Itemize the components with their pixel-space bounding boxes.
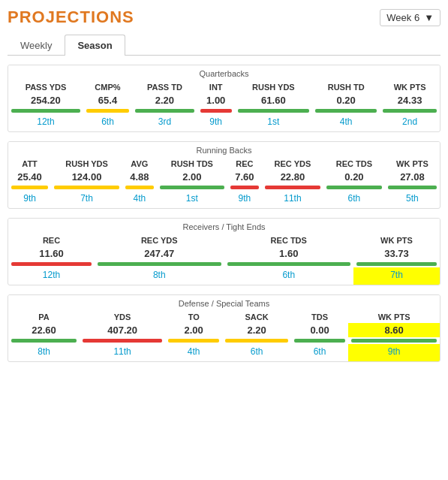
qb-rush-td-val: 0.20 bbox=[312, 93, 380, 107]
dst-yds-val: 407.20 bbox=[80, 323, 165, 337]
dst-rank-sack: 6th bbox=[222, 344, 291, 361]
rb-rank-rush-yds: 7th bbox=[51, 191, 122, 208]
qb-wk-pts-val: 24.33 bbox=[380, 93, 440, 107]
rb-rank-rec-tds: 6th bbox=[323, 191, 385, 208]
qb-rank-cmp: 6th bbox=[83, 114, 132, 131]
rb-rank-rush-tds: 1st bbox=[157, 191, 227, 208]
rb-bar-att bbox=[11, 186, 48, 189]
section-dst: Defense / Special Teams PA YDS TO SACK T… bbox=[8, 294, 440, 362]
wr-bar-rec bbox=[11, 262, 92, 266]
qb-int-val: 1.00 bbox=[197, 93, 235, 107]
rb-att-val: 25.40 bbox=[8, 170, 51, 184]
rb-col-rush-yds: RUSH YDS bbox=[51, 156, 122, 170]
qb-rank-pass-td: 3rd bbox=[132, 114, 197, 131]
wr-col-rec: REC bbox=[8, 233, 95, 246]
dst-rank-tds: 6th bbox=[291, 344, 348, 361]
dst-to-val: 2.00 bbox=[165, 323, 222, 337]
rb-col-rec: REC bbox=[227, 156, 262, 170]
dst-header-row: PA YDS TO SACK TDS WK PTS bbox=[8, 309, 440, 323]
qb-bar-wk-pts bbox=[383, 109, 437, 113]
qb-rank-rush-yds: 1st bbox=[235, 114, 312, 131]
qb-ranks: 12th 6th 3rd 9th 1st 4th 2nd bbox=[8, 114, 440, 131]
rb-col-rec-yds: REC YDS bbox=[262, 156, 323, 170]
dst-bar-wk-pts bbox=[351, 339, 437, 343]
dst-rank-pa: 8th bbox=[8, 344, 80, 361]
rb-rank-rec-yds: 11th bbox=[262, 191, 323, 208]
rb-rec-yds-val: 22.80 bbox=[262, 170, 323, 184]
qb-rank-pass-yds: 12th bbox=[8, 114, 83, 131]
week-selector[interactable]: Week 6 ▼ bbox=[380, 9, 440, 26]
rb-col-att: ATT bbox=[8, 156, 51, 170]
dst-sack-val: 2.20 bbox=[222, 323, 291, 337]
wr-col-rec-tds: REC TDS bbox=[224, 233, 354, 246]
rb-col-rush-tds: RUSH TDS bbox=[157, 156, 227, 170]
qb-bars bbox=[8, 107, 440, 114]
qb-bar-int bbox=[200, 109, 232, 113]
dst-col-yds: YDS bbox=[80, 309, 165, 323]
wr-rank-rec-yds: 8th bbox=[95, 267, 224, 285]
wr-bars bbox=[8, 261, 440, 267]
dst-col-sack: SACK bbox=[222, 309, 291, 323]
tabs-row: Weekly Season bbox=[8, 35, 440, 56]
dst-wk-pts-val: 8.60 bbox=[348, 323, 440, 337]
wr-values: 11.60 247.47 1.60 33.73 bbox=[8, 246, 440, 261]
rb-rush-yds-val: 124.00 bbox=[51, 170, 122, 184]
dst-bar-tds bbox=[294, 339, 345, 343]
qb-cmp-val: 65.4 bbox=[83, 93, 132, 107]
qb-header-row: PASS YDS CMP% PASS TD INT RUSH YDS RUSH … bbox=[8, 80, 440, 93]
wr-rank-wk-pts: 7th bbox=[353, 267, 440, 285]
dst-bars bbox=[8, 337, 440, 344]
dst-col-to: TO bbox=[165, 309, 222, 323]
tab-season[interactable]: Season bbox=[65, 35, 125, 56]
qb-col-pass-td: PASS TD bbox=[132, 80, 197, 93]
rb-wk-pts-val: 27.08 bbox=[385, 170, 440, 184]
dst-bar-yds bbox=[83, 339, 162, 343]
dst-col-tds: TDS bbox=[291, 309, 348, 323]
week-arrow-icon: ▼ bbox=[424, 12, 434, 23]
dst-bar-to bbox=[168, 339, 219, 343]
dst-rank-wk-pts: 9th bbox=[348, 344, 440, 361]
rb-bar-wk-pts bbox=[388, 186, 437, 189]
wr-bar-rec-tds bbox=[227, 262, 351, 266]
section-wr-te: Receivers / Tight Ends REC REC YDS REC T… bbox=[8, 218, 440, 285]
rb-col-rec-tds: REC TDS bbox=[323, 156, 385, 170]
section-title-qb: Quarterbacks bbox=[8, 65, 440, 80]
qb-col-wk-pts: WK PTS bbox=[380, 80, 440, 93]
rb-avg-val: 4.88 bbox=[122, 170, 157, 184]
rb-bar-rec bbox=[230, 186, 259, 189]
rb-col-wk-pts: WK PTS bbox=[385, 156, 440, 170]
rb-bar-rush-yds bbox=[54, 186, 119, 189]
dst-rank-to: 4th bbox=[165, 344, 222, 361]
wr-rec-val: 11.60 bbox=[8, 246, 95, 261]
rb-rush-tds-val: 2.00 bbox=[157, 170, 227, 184]
rb-ranks: 9th 7th 4th 1st 9th 11th 6th 5th bbox=[8, 191, 440, 208]
rb-rec-tds-val: 0.20 bbox=[323, 170, 385, 184]
section-title-rb: Running Backs bbox=[8, 142, 440, 156]
rb-values: 25.40 124.00 4.88 2.00 7.60 22.80 0.20 2… bbox=[8, 170, 440, 184]
rb-bar-avg bbox=[125, 186, 154, 189]
rb-header-row: ATT RUSH YDS AVG RUSH TDS REC REC YDS RE… bbox=[8, 156, 440, 170]
dst-pa-val: 22.60 bbox=[8, 323, 80, 337]
qb-values: 254.20 65.4 2.20 1.00 61.60 0.20 24.33 bbox=[8, 93, 440, 107]
week-label: Week 6 bbox=[386, 12, 419, 23]
wr-rec-yds-val: 247.47 bbox=[95, 246, 224, 261]
qb-col-rush-td: RUSH TD bbox=[312, 80, 380, 93]
dst-bar-sack bbox=[225, 339, 288, 343]
wr-header-row: REC REC YDS REC TDS WK PTS bbox=[8, 233, 440, 246]
dst-values: 22.60 407.20 2.00 2.20 0.00 8.60 bbox=[8, 323, 440, 337]
section-quarterbacks: Quarterbacks PASS YDS CMP% PASS TD INT R… bbox=[8, 65, 440, 132]
dst-col-wk-pts: WK PTS bbox=[348, 309, 440, 323]
qb-bar-rush-yds bbox=[238, 109, 309, 113]
qb-bar-pass-td bbox=[135, 109, 194, 113]
dst-ranks: 8th 11th 4th 6th 6th 9th bbox=[8, 344, 440, 361]
tab-weekly[interactable]: Weekly bbox=[8, 35, 65, 56]
rb-rec-val: 7.60 bbox=[227, 170, 262, 184]
dst-tds-val: 0.00 bbox=[291, 323, 348, 337]
qb-col-cmp: CMP% bbox=[83, 80, 132, 93]
qb-col-int: INT bbox=[197, 80, 235, 93]
rb-bar-rec-tds bbox=[326, 186, 382, 189]
dst-rank-yds: 11th bbox=[80, 344, 165, 361]
wr-wk-pts-val: 33.73 bbox=[353, 246, 440, 261]
qb-col-rush-yds: RUSH YDS bbox=[235, 80, 312, 93]
wr-bar-rec-yds bbox=[98, 262, 221, 266]
